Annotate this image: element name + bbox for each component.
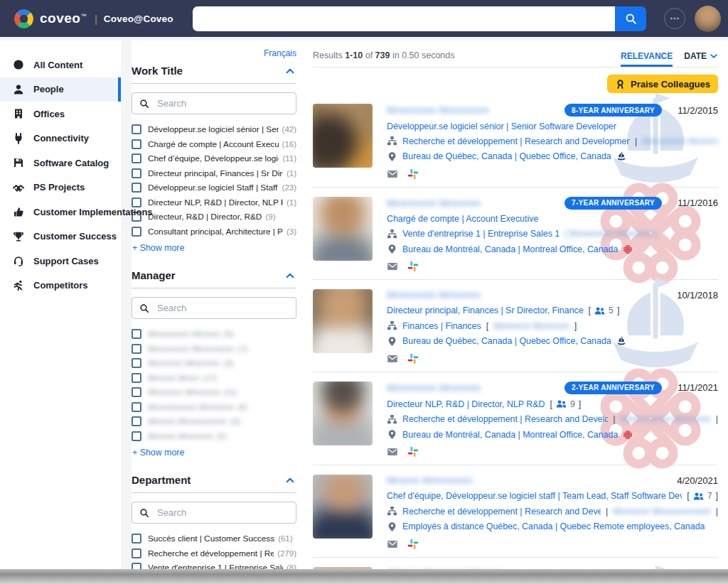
email-icon[interactable] xyxy=(387,446,398,458)
email-icon[interactable] xyxy=(387,261,398,272)
person-name-link-redacted[interactable]: Mmmmmm Mmmmm xyxy=(387,289,481,301)
sidebar-item-software-catalog[interactable]: Software Catalog xyxy=(0,151,121,175)
facet-search-box[interactable] xyxy=(132,502,296,524)
facet-item[interactable]: Développeur.se logiciel Staff | Staff S.… xyxy=(132,180,296,195)
praise-colleagues-button[interactable]: Praise Colleagues xyxy=(607,75,718,93)
facet-item[interactable]: Mmmm Mmm(17) xyxy=(132,371,296,386)
checkbox[interactable] xyxy=(132,402,141,412)
facet-item[interactable]: Directeur, R&D | Director, R&D(9) xyxy=(132,210,296,225)
checkbox[interactable] xyxy=(132,431,141,441)
slack-icon[interactable] xyxy=(407,539,419,550)
facet-search-input[interactable] xyxy=(156,302,289,314)
sidebar-item-people[interactable]: People xyxy=(0,77,121,102)
department-link[interactable]: Recherche et développement | Research an… xyxy=(402,136,630,146)
slack-icon[interactable] xyxy=(407,353,419,364)
person-title-link[interactable]: Chef d'équipe, Développeur.se logiciel s… xyxy=(387,491,682,501)
user-avatar[interactable] xyxy=(695,6,721,32)
person-title-link[interactable]: Directeur NLP, R&D | Director, NLP R&D xyxy=(387,399,545,409)
facet-item[interactable]: Chargé de compte | Account Executive(16) xyxy=(132,137,296,152)
department-link[interactable]: Vente d'entreprise 1 | Entreprise Sales … xyxy=(402,229,560,239)
sidebar-item-competitors[interactable]: Competitors xyxy=(0,274,121,298)
checkbox[interactable] xyxy=(132,153,141,163)
slack-icon[interactable] xyxy=(407,261,419,272)
facet-search-box[interactable] xyxy=(132,92,296,114)
sidebar-item-offices[interactable]: Offices xyxy=(0,102,121,126)
facet-item[interactable]: Chef d’équipe, Développeur.se logic...(1… xyxy=(132,151,296,166)
facet-header[interactable]: Work Title xyxy=(132,65,296,84)
person-photo-blurred[interactable] xyxy=(313,475,373,539)
checkbox[interactable] xyxy=(132,344,141,354)
manager-name-redacted[interactable]: Mmmmmm Mmmm xyxy=(642,136,718,146)
department-link[interactable]: Recherche et développement | Research an… xyxy=(402,414,608,424)
facet-item[interactable]: Développeur.se logiciel sénior | Seni...… xyxy=(132,122,296,137)
sort-date-tab[interactable]: DATE xyxy=(684,51,718,67)
facet-header[interactable]: Department xyxy=(132,474,296,493)
person-photo-blurred[interactable] xyxy=(313,104,373,168)
checkbox[interactable] xyxy=(132,124,141,134)
person-name-link-redacted[interactable]: Mmmmmm Mmmmmm xyxy=(387,104,489,116)
facet-item[interactable]: Mmmmmmm Mmmmm(6) xyxy=(132,400,296,415)
facet-search-box[interactable] xyxy=(132,297,296,319)
facet-item[interactable]: Succès client | Customer Success(61) xyxy=(132,531,296,546)
facet-search-input[interactable] xyxy=(156,507,289,519)
facet-search-input[interactable] xyxy=(156,97,289,109)
checkbox[interactable] xyxy=(132,416,141,426)
person-photo-blurred[interactable] xyxy=(313,197,373,261)
sidebar-item-all-content[interactable]: All Content xyxy=(0,53,121,77)
checkbox[interactable] xyxy=(132,139,141,149)
manager-name-redacted[interactable]: [ Mmmmmm Mmmmm ] xyxy=(564,229,658,239)
sort-relevance-tab[interactable]: RELEVANCE xyxy=(621,51,673,67)
facet-item[interactable]: Recherche et développement | Res...(279) xyxy=(132,546,296,561)
checkbox[interactable] xyxy=(132,198,141,207)
facet-item[interactable]: Directeur principal, Finances | Sr Direc… xyxy=(132,166,296,181)
person-name-link-redacted[interactable]: Mmmmmm Mmmmm xyxy=(387,382,481,394)
checkbox[interactable] xyxy=(132,373,141,383)
checkbox[interactable] xyxy=(132,168,141,178)
facet-item[interactable]: Mmmmmm Mmmmmm(7) xyxy=(132,342,296,357)
location-link[interactable]: Employés à distance Québec, Canada | Que… xyxy=(402,521,705,531)
person-name-link-redacted[interactable]: Mmmmmm Mmmmm xyxy=(387,198,481,209)
location-link[interactable]: Bureau de Québec, Canada | Quebec Office… xyxy=(402,336,611,346)
checkbox[interactable] xyxy=(132,548,141,558)
location-link[interactable]: Bureau de Montréal, Canada | Montreal Of… xyxy=(402,430,618,440)
show-more-link[interactable]: + Show more xyxy=(132,243,184,253)
sidebar-item-customer-implementations[interactable]: Customer Implementations xyxy=(0,200,121,225)
checkbox[interactable] xyxy=(132,329,141,339)
facet-item[interactable]: Consultant principal, Architecture | Pr.… xyxy=(132,225,296,239)
person-photo-blurred[interactable] xyxy=(313,289,373,353)
location-link[interactable]: Bureau de Québec, Canada | Quebec Office… xyxy=(402,151,611,161)
chevron-up-icon[interactable] xyxy=(285,66,295,76)
facet-header[interactable]: Manager xyxy=(132,269,296,288)
department-link[interactable]: Recherche et développement | Research an… xyxy=(402,507,601,517)
more-options-button[interactable] xyxy=(664,8,685,29)
slack-icon[interactable] xyxy=(407,168,419,180)
manager-name-redacted[interactable]: Mmmmm Mmmmm xyxy=(493,321,569,331)
checkbox[interactable] xyxy=(132,387,141,397)
slack-icon[interactable] xyxy=(407,446,419,458)
person-photo-blurred[interactable] xyxy=(313,382,373,445)
facet-item[interactable]: Mmmm Mmmmm(5) xyxy=(132,429,296,444)
sidebar-item-customer-success[interactable]: Customer Success xyxy=(0,225,121,249)
manager-name-redacted[interactable]: Mmmmmmm Mmmmm xyxy=(620,414,710,424)
sidebar-item-connectivity[interactable]: Connectivity xyxy=(0,126,121,151)
person-title-link[interactable]: Développeur.se logiciel sénior | Senior … xyxy=(387,121,616,131)
checkbox[interactable] xyxy=(132,534,141,544)
chevron-up-icon[interactable] xyxy=(285,475,295,485)
facet-item[interactable]: Directeur NLP, R&D | Director, NLP R&D(1… xyxy=(132,195,296,210)
person-title-link[interactable]: Chargé de compte | Account Executive xyxy=(387,214,538,224)
facet-item[interactable]: Mmmmmm Mmmm(5) xyxy=(132,327,296,342)
search-button[interactable] xyxy=(615,6,646,31)
facet-item[interactable]: Mmmmm Mmmmm(11) xyxy=(132,385,296,400)
checkbox[interactable] xyxy=(132,358,141,368)
location-link[interactable]: Bureau de Montréal, Canada | Montreal Of… xyxy=(402,244,618,254)
sidebar-item-ps-projects[interactable]: PS Projects xyxy=(0,175,121,200)
department-link[interactable]: Finances | Finances xyxy=(402,321,481,331)
facet-item[interactable]: Mmmm Mmmmmmm(6) xyxy=(132,414,296,429)
sidebar-item-support-cases[interactable]: Support Cases xyxy=(0,249,121,274)
person-title-link[interactable]: Directeur principal, Finances | Sr Direc… xyxy=(387,305,584,315)
person-name-link-redacted[interactable]: Mmmm Mmmmmm xyxy=(387,475,473,486)
show-more-link[interactable]: + Show more xyxy=(132,448,184,458)
checkbox[interactable] xyxy=(132,227,141,237)
chevron-up-icon[interactable] xyxy=(285,271,295,281)
search-input[interactable] xyxy=(193,6,615,31)
